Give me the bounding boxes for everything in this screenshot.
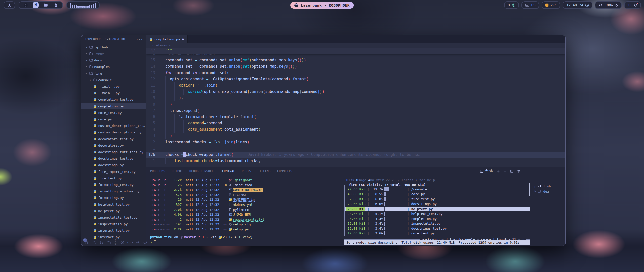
tree-item-inspectutils-py[interactable]: ›inspectutils.py xyxy=(81,221,146,227)
tree-item-helptext-py[interactable]: ›helptext.py xyxy=(81,208,146,214)
tree-item-console[interactable]: ›console xyxy=(81,77,146,83)
file-link-gitignore[interactable]: .gitignore xyxy=(233,178,253,182)
file-link-manifest-in[interactable]: MANIFEST.in xyxy=(233,198,255,201)
file-link-setup-py[interactable]: setup.py xyxy=(233,227,249,231)
session-dua[interactable]: └dua xyxy=(531,189,565,194)
code-editor[interactable]: 47 """16 commands_set.add(name)15 comman… xyxy=(146,48,565,167)
more-actions-icon[interactable]: ··· xyxy=(524,169,530,173)
workspace-files[interactable] xyxy=(43,2,49,8)
tree-item-init-py[interactable]: ›__init__.py xyxy=(81,83,146,90)
tree-item-custom-descriptions-test-py[interactable]: ›custom_descriptions_test.py xyxy=(81,122,146,129)
trash-icon[interactable] xyxy=(517,169,520,173)
keyboard-layout-widget[interactable]: US xyxy=(521,1,539,9)
system-graph-widget[interactable] xyxy=(66,1,100,9)
tree-item-fire-test-py[interactable]: ›fire_test.py xyxy=(81,175,146,181)
panel-tab-terminal[interactable]: TERMINAL xyxy=(220,167,235,175)
terminal-fish[interactable]: .rw-r--r-- 1.2k matt 12 Aug 12:32 -- .gi… xyxy=(146,175,342,246)
panel-tab-gitlens[interactable]: GITLENS xyxy=(258,167,271,175)
dua-row-helptext-py[interactable]: 28.00 KiB | 6.0%| helptext.py xyxy=(345,207,530,212)
tree-item-docstrings-py[interactable]: ›docstrings.py xyxy=(81,162,146,168)
tree-item-core-test-py[interactable]: ›core_test.py xyxy=(81,109,146,116)
search-icon[interactable] xyxy=(92,240,96,245)
settings-gear-icon[interactable] xyxy=(136,240,140,245)
panel-tab-debug-console[interactable]: DEBUG CONSOLE xyxy=(189,167,214,175)
notifications-widget[interactable]: 11 xyxy=(624,1,641,9)
dua-row-docstrings-py[interactable]: 28.00 KiB | 6.0%| docstrings.py xyxy=(345,201,530,207)
session-fish[interactable]: ┌fish xyxy=(531,184,565,189)
new-terminal-icon[interactable] xyxy=(497,169,500,173)
tree-item-github[interactable]: ›.github xyxy=(81,44,146,50)
dua-row-inspectutils-py[interactable]: 16.00 KiB | 3.4%| inspectutils.py xyxy=(345,221,530,226)
tree-item-venv[interactable]: ›.venv xyxy=(81,50,146,57)
dua-row-completion-py[interactable]: 20.00 KiB | 4.3%| completion.py xyxy=(345,216,530,221)
dua-row-core-test-py[interactable]: 12.00 KiB | 2.6%| core_test.py xyxy=(345,231,530,236)
tab-completion-py[interactable]: completion.py ● xyxy=(146,35,188,43)
weather-widget[interactable]: 29° xyxy=(542,1,560,9)
launcher-button[interactable] xyxy=(4,1,15,9)
tree-item-main-py[interactable]: ›__main__.py xyxy=(81,90,146,96)
dua-row-docstrings-test-py[interactable]: 16.00 KiB | 3.4%| docstrings_test.py xyxy=(345,226,530,231)
file-link-license[interactable]: LICENSE xyxy=(233,193,247,197)
tree-item-helptext-test-py[interactable]: ›helptext_test.py xyxy=(81,201,146,208)
tree-item-inspectutils-test-py[interactable]: ›inspectutils_test.py xyxy=(81,214,146,221)
dua-row-core-py[interactable]: 40.00 KiB | 8.5%| core.py xyxy=(345,192,530,197)
tree-item-completion-py[interactable]: ›completion.py xyxy=(81,103,146,109)
tree-item-decorators-test-py[interactable]: ›decorators_test.py xyxy=(81,135,146,142)
dua-row-console[interactable]: 92.00 KiB | 19.7%| /console xyxy=(345,187,530,192)
chevron-down-icon[interactable] xyxy=(504,170,506,173)
workspace-browser[interactable] xyxy=(23,2,29,8)
panel-tab-output[interactable]: OUTPUT xyxy=(172,167,183,175)
file-link-contributing-md[interactable]: CONTRIBUTING.md xyxy=(233,188,262,192)
tree-item-interact-py[interactable]: ›interact.py xyxy=(81,234,146,240)
explorer-more-icon[interactable]: ··· xyxy=(136,38,143,41)
dua-scrollbar[interactable] xyxy=(529,183,530,196)
panel-tab-problems[interactable]: PROBLEMS xyxy=(150,167,165,175)
now-playing-widget[interactable]: Lazerpunk - ROBOPHONK xyxy=(290,2,354,9)
dua-row-helptext-test-py[interactable]: 24.00 KiB | 5.1%| helptext_test.py xyxy=(345,211,530,216)
file-link-readme-md[interactable]: README.md xyxy=(233,213,251,216)
file-link-requirements-txt[interactable]: requirements.txt xyxy=(233,218,264,221)
breadcrumb[interactable]: no elements xyxy=(146,43,565,48)
source-folder-icon[interactable] xyxy=(107,240,111,245)
tree-item-examples[interactable]: ›examples xyxy=(81,63,146,70)
run-icon[interactable] xyxy=(120,240,124,245)
dua-box-title: fire (38 visible, 47 total, 468.00 KiB) xyxy=(347,183,427,187)
dua-row-fire-test-py[interactable]: 32.00 KiB | 6.8%| fire_test.py xyxy=(345,197,530,202)
audio-widget[interactable]: 100% xyxy=(595,1,622,9)
workspace-neovim[interactable]: N xyxy=(33,2,39,8)
tree-item-core-py[interactable]: ›core.py xyxy=(81,116,146,122)
more-icon[interactable]: ··· xyxy=(128,240,132,245)
tree-item-formatting-windows-py[interactable]: ›formatting_windows.py xyxy=(81,188,146,194)
tree-item-formatting-py[interactable]: ›formatting.py xyxy=(81,194,146,201)
panel-tab-ports[interactable]: PORTS xyxy=(242,167,251,175)
line-number: 3 xyxy=(146,133,161,139)
tree-item-decorators-py[interactable]: ›decorators.py xyxy=(81,142,146,149)
file-link-setup-cfg[interactable]: setup.cfg xyxy=(233,222,251,226)
panel-tab-comments[interactable]: COMMENTS xyxy=(277,167,292,175)
clock-widget[interactable]: 12:40:24 xyxy=(563,1,592,9)
updates-widget[interactable]: 9 xyxy=(504,1,519,9)
terminal-dua[interactable]: Disk Usage Analyzer v2.29.2 (press ? for… xyxy=(344,175,530,246)
tree-item-docstrings-test-py[interactable]: ›docstrings_test.py xyxy=(81,155,146,162)
tree-item-docs[interactable]: ›docs xyxy=(81,57,146,63)
file-link-mkdocs-yml[interactable]: mkdocs.yml xyxy=(233,203,253,207)
files-icon[interactable]: 1 xyxy=(85,240,89,245)
brackets-icon[interactable]: ( ) xyxy=(114,240,117,245)
tree-item-fire[interactable]: ›fire xyxy=(81,70,146,77)
code-line-8: 8 ) xyxy=(146,101,565,108)
debug-icon[interactable] xyxy=(100,240,103,245)
code-text: lines.append( xyxy=(161,108,199,114)
tree-item-completion-test-py[interactable]: ›completion_test.py xyxy=(81,96,146,103)
tree-item-custom-descriptions-py[interactable]: ›custom_descriptions.py xyxy=(81,129,146,135)
tree-item-formatting-test-py[interactable]: ›formatting_test.py xyxy=(81,181,146,188)
python-file-icon xyxy=(93,124,97,127)
file-link-pylintrc[interactable]: pylintrc xyxy=(233,208,249,212)
file-link-mise-toml[interactable]: .mise.toml xyxy=(233,183,253,187)
tree-item-docstrings-fuzz-test-py[interactable]: ›docstrings_fuzz_test.py xyxy=(81,149,146,155)
tree-item-interact-test-py[interactable]: ›interact_test.py xyxy=(81,227,146,234)
workspace-documents[interactable] xyxy=(53,2,59,8)
modified-dot-icon[interactable]: ● xyxy=(182,37,184,41)
terminal-shell-label[interactable]: fish xyxy=(480,169,493,173)
tree-item-fire-import-test-py[interactable]: ›fire_import_test.py xyxy=(81,168,146,175)
split-terminal-icon[interactable] xyxy=(510,169,513,173)
